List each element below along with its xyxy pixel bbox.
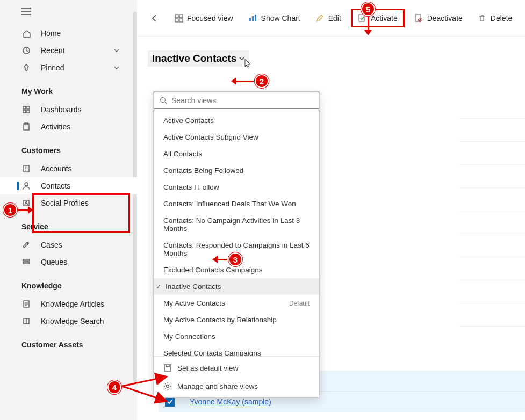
svg-rect-3 xyxy=(23,110,26,113)
view-option-label: My Connections xyxy=(163,332,215,341)
svg-rect-16 xyxy=(175,19,178,22)
view-option-label: Excluded Contacts Campaigns xyxy=(163,266,263,274)
nav-label: Cases xyxy=(41,241,62,249)
badge-icon xyxy=(21,199,31,207)
svg-rect-12 xyxy=(23,262,30,264)
svg-point-10 xyxy=(26,202,27,204)
view-option[interactable]: Active Contacts Subgrid View xyxy=(154,129,319,146)
view-option[interactable]: My Active Contacts by Relationship xyxy=(154,312,319,328)
nav-contacts[interactable]: Contacts xyxy=(0,177,137,194)
svg-rect-14 xyxy=(175,15,178,18)
section-customers: Customers xyxy=(0,135,137,160)
delete-label: Delete xyxy=(491,14,512,23)
nav-dashboards[interactable]: Dashboards xyxy=(0,101,137,118)
nav-label: Activities xyxy=(41,122,70,131)
section-my work: My Work xyxy=(0,76,137,101)
view-option-label: Selected Contacts Campaigns xyxy=(163,349,261,356)
section-customer assets: Customer Assets xyxy=(0,330,137,354)
back-button[interactable] xyxy=(145,10,164,26)
clock-icon xyxy=(21,46,31,55)
focused-view-label: Focused view xyxy=(187,14,233,23)
home-icon xyxy=(21,29,31,38)
sidebar: Home Recent Pinned My Work Dashboards Ac… xyxy=(0,0,137,420)
view-option[interactable]: Contacts: No Campaign Activities in Last… xyxy=(154,212,319,237)
deactivate-label: Deactivate xyxy=(427,14,463,23)
svg-rect-21 xyxy=(359,15,364,21)
delete-button[interactable]: Delete xyxy=(472,10,517,26)
view-option[interactable]: Contacts Being Followed xyxy=(154,162,319,179)
deactivate-button[interactable]: Deactivate xyxy=(409,10,468,26)
cursor-icon xyxy=(243,58,253,70)
clipboard-icon xyxy=(21,122,31,131)
svg-rect-17 xyxy=(179,19,183,22)
chevron-down-icon xyxy=(113,47,120,54)
nav-label: Queues xyxy=(41,258,67,266)
activate-button[interactable]: Activate xyxy=(351,9,405,27)
view-option[interactable]: Inactive Contacts xyxy=(154,278,319,295)
view-option[interactable]: Active Contacts xyxy=(154,112,319,129)
svg-point-24 xyxy=(161,98,166,103)
nav-cases[interactable]: Cases xyxy=(0,236,137,254)
view-option[interactable]: Excluded Contacts Campaigns xyxy=(154,262,319,278)
show-chart-label: Show Chart xyxy=(261,14,300,23)
hamburger-menu[interactable] xyxy=(0,8,137,25)
view-title-text: Inactive Contacts xyxy=(152,53,236,64)
view-search-input[interactable] xyxy=(171,96,313,105)
svg-rect-11 xyxy=(23,259,30,261)
svg-point-26 xyxy=(167,385,169,388)
view-option[interactable]: Contacts: Responded to Campaigns in Last… xyxy=(154,237,319,262)
row-link[interactable]: Yvonne McKay (sample) xyxy=(190,397,271,406)
nav-social profiles[interactable]: Social Profiles xyxy=(0,194,137,212)
nav-queues[interactable]: Queues xyxy=(0,254,137,271)
gear-icon xyxy=(163,382,172,390)
nav-accounts[interactable]: Accounts xyxy=(0,160,137,177)
nav-label: Social Profiles xyxy=(41,199,89,207)
view-option[interactable]: All Contacts xyxy=(154,146,319,162)
svg-rect-25 xyxy=(164,365,171,371)
section-service: Service xyxy=(0,212,137,236)
pin-icon xyxy=(21,63,31,72)
nav-label: Dashboards xyxy=(41,105,82,114)
nav-label: Knowledge Articles xyxy=(41,300,104,308)
wrench-icon xyxy=(21,241,31,249)
nav-label: Recent xyxy=(41,46,64,55)
view-footer-label: Manage and share views xyxy=(177,382,258,390)
nav-knowledge articles[interactable]: Knowledge Articles xyxy=(0,295,137,313)
view-option-label: Active Contacts xyxy=(163,117,214,125)
view-option-label: Contacts: Responded to Campaigns in Last… xyxy=(163,241,310,257)
stack-icon xyxy=(21,258,31,266)
svg-rect-19 xyxy=(252,16,254,21)
nav-home[interactable]: Home xyxy=(0,25,137,42)
view-option[interactable]: Selected Contacts Campaigns xyxy=(154,345,319,356)
svg-rect-15 xyxy=(179,15,183,18)
nav-recent[interactable]: Recent xyxy=(0,42,137,59)
view-option-label: My Active Contacts by Relationship xyxy=(163,316,277,324)
view-footer-action[interactable]: Set as default view xyxy=(154,359,319,377)
show-chart-button[interactable]: Show Chart xyxy=(243,10,306,26)
view-selector[interactable]: Inactive Contacts xyxy=(148,50,249,67)
view-option[interactable]: My Connections xyxy=(154,328,319,345)
nav-knowledge search[interactable]: Knowledge Search xyxy=(0,313,137,330)
view-option-label: Active Contacts Subgrid View xyxy=(163,133,258,141)
view-search[interactable] xyxy=(154,92,319,109)
focused-view-button[interactable]: Focused view xyxy=(169,10,239,26)
doc-icon xyxy=(21,300,31,308)
view-option[interactable]: Contacts I Follow xyxy=(154,179,319,195)
nav-activities[interactable]: Activities xyxy=(0,118,137,135)
view-footer-action[interactable]: Manage and share views xyxy=(154,377,319,395)
edit-label: Edit xyxy=(328,14,341,23)
view-option-label: My Active Contacts xyxy=(163,299,225,307)
chevron-down-icon xyxy=(113,64,120,71)
svg-rect-7 xyxy=(24,165,29,172)
save-icon xyxy=(163,364,172,372)
activate-label: Activate xyxy=(371,14,398,23)
view-option[interactable]: Contacts: Influenced Deals That We Won xyxy=(154,195,319,212)
default-badge: Default xyxy=(289,300,310,307)
view-option[interactable]: My Active Contacts Default xyxy=(154,295,319,312)
row-checkbox[interactable] xyxy=(165,397,175,407)
toolbar-overflow[interactable] xyxy=(522,10,525,26)
section-knowledge: Knowledge xyxy=(0,271,137,295)
edit-button[interactable]: Edit xyxy=(310,10,347,26)
nav-label: Knowledge Search xyxy=(41,317,104,325)
nav-pinned[interactable]: Pinned xyxy=(0,59,137,76)
